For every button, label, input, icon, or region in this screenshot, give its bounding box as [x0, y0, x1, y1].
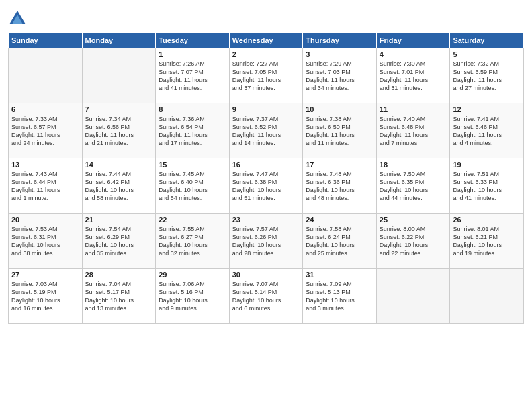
day-number: 1 [159, 50, 226, 58]
calendar-cell: 24Sunrise: 7:58 AM Sunset: 6:24 PM Dayli… [303, 214, 377, 269]
day-number: 24 [306, 216, 373, 224]
calendar-cell: 26Sunrise: 8:01 AM Sunset: 6:21 PM Dayli… [450, 214, 524, 269]
weekday-header: Thursday [303, 33, 377, 48]
day-number: 29 [159, 271, 226, 279]
day-number: 14 [85, 161, 153, 169]
day-info: Sunrise: 7:53 AM Sunset: 6:31 PM Dayligh… [11, 225, 79, 258]
calendar-cell: 13Sunrise: 7:43 AM Sunset: 6:44 PM Dayli… [9, 158, 83, 214]
day-info: Sunrise: 7:36 AM Sunset: 6:54 PM Dayligh… [159, 115, 226, 148]
header [8, 7, 524, 28]
day-number: 27 [11, 271, 79, 279]
calendar-cell: 31Sunrise: 7:09 AM Sunset: 5:13 PM Dayli… [303, 269, 377, 324]
day-number: 5 [453, 50, 521, 58]
day-number: 7 [85, 105, 153, 113]
weekday-header: Saturday [450, 33, 524, 48]
calendar-week-row: 6Sunrise: 7:33 AM Sunset: 6:57 PM Daylig… [9, 103, 524, 158]
calendar-cell: 6Sunrise: 7:33 AM Sunset: 6:57 PM Daylig… [9, 103, 83, 158]
calendar-cell: 1Sunrise: 7:26 AM Sunset: 7:07 PM Daylig… [156, 48, 230, 103]
day-info: Sunrise: 7:50 AM Sunset: 6:35 PM Dayligh… [380, 170, 447, 203]
day-number: 17 [306, 161, 373, 169]
calendar-cell [9, 48, 83, 103]
calendar-cell: 16Sunrise: 7:47 AM Sunset: 6:38 PM Dayli… [229, 158, 303, 214]
day-number: 19 [453, 161, 521, 169]
day-number: 23 [232, 216, 300, 224]
day-info: Sunrise: 7:44 AM Sunset: 6:42 PM Dayligh… [85, 170, 153, 203]
day-number: 25 [380, 216, 447, 224]
day-number: 6 [11, 105, 79, 113]
day-info: Sunrise: 7:09 AM Sunset: 5:13 PM Dayligh… [306, 280, 373, 313]
day-info: Sunrise: 7:32 AM Sunset: 6:59 PM Dayligh… [453, 60, 521, 93]
day-info: Sunrise: 7:30 AM Sunset: 7:01 PM Dayligh… [380, 60, 447, 93]
day-number: 22 [159, 216, 226, 224]
day-info: Sunrise: 7:57 AM Sunset: 6:26 PM Dayligh… [232, 225, 300, 258]
day-info: Sunrise: 7:37 AM Sunset: 6:52 PM Dayligh… [232, 115, 300, 148]
day-info: Sunrise: 7:58 AM Sunset: 6:24 PM Dayligh… [306, 225, 373, 258]
calendar-cell: 2Sunrise: 7:27 AM Sunset: 7:05 PM Daylig… [229, 48, 303, 103]
day-number: 20 [11, 216, 79, 224]
calendar-cell: 30Sunrise: 7:07 AM Sunset: 5:14 PM Dayli… [229, 269, 303, 324]
day-info: Sunrise: 7:45 AM Sunset: 6:40 PM Dayligh… [159, 170, 226, 203]
day-number: 30 [232, 271, 300, 279]
weekday-header: Monday [82, 33, 156, 48]
day-info: Sunrise: 8:00 AM Sunset: 6:22 PM Dayligh… [380, 225, 447, 258]
calendar-cell: 22Sunrise: 7:55 AM Sunset: 6:27 PM Dayli… [156, 214, 230, 269]
logo-icon [8, 9, 27, 28]
day-number: 15 [159, 161, 226, 169]
weekday-header: Tuesday [156, 33, 230, 48]
page-container: SundayMondayTuesdayWednesdayThursdayFrid… [0, 0, 532, 329]
day-number: 21 [85, 216, 153, 224]
calendar-cell: 12Sunrise: 7:41 AM Sunset: 6:46 PM Dayli… [450, 103, 524, 158]
day-info: Sunrise: 7:27 AM Sunset: 7:05 PM Dayligh… [232, 60, 300, 93]
day-number: 31 [306, 271, 373, 279]
day-number: 10 [306, 105, 373, 113]
calendar-cell: 3Sunrise: 7:29 AM Sunset: 7:03 PM Daylig… [303, 48, 377, 103]
day-info: Sunrise: 7:06 AM Sunset: 5:16 PM Dayligh… [159, 280, 226, 313]
day-number: 3 [306, 50, 373, 58]
day-number: 11 [380, 105, 447, 113]
day-info: Sunrise: 7:40 AM Sunset: 6:48 PM Dayligh… [380, 115, 447, 148]
day-number: 8 [159, 105, 226, 113]
day-number: 28 [85, 271, 153, 279]
calendar-cell: 18Sunrise: 7:50 AM Sunset: 6:35 PM Dayli… [376, 158, 450, 214]
calendar-cell [376, 269, 450, 324]
day-number: 2 [232, 50, 300, 58]
calendar-cell: 23Sunrise: 7:57 AM Sunset: 6:26 PM Dayli… [229, 214, 303, 269]
calendar-week-row: 13Sunrise: 7:43 AM Sunset: 6:44 PM Dayli… [9, 158, 524, 214]
calendar-cell: 25Sunrise: 8:00 AM Sunset: 6:22 PM Dayli… [376, 214, 450, 269]
day-info: Sunrise: 7:48 AM Sunset: 6:36 PM Dayligh… [306, 170, 373, 203]
calendar-cell: 9Sunrise: 7:37 AM Sunset: 6:52 PM Daylig… [229, 103, 303, 158]
calendar-cell: 19Sunrise: 7:51 AM Sunset: 6:33 PM Dayli… [450, 158, 524, 214]
day-info: Sunrise: 7:43 AM Sunset: 6:44 PM Dayligh… [11, 170, 79, 203]
day-number: 16 [232, 161, 300, 169]
day-info: Sunrise: 7:33 AM Sunset: 6:57 PM Dayligh… [11, 115, 79, 148]
day-info: Sunrise: 8:01 AM Sunset: 6:21 PM Dayligh… [453, 225, 521, 258]
day-info: Sunrise: 7:55 AM Sunset: 6:27 PM Dayligh… [159, 225, 226, 258]
weekday-header: Sunday [9, 33, 83, 48]
logo [8, 9, 30, 28]
calendar-cell: 15Sunrise: 7:45 AM Sunset: 6:40 PM Dayli… [156, 158, 230, 214]
calendar-cell: 20Sunrise: 7:53 AM Sunset: 6:31 PM Dayli… [9, 214, 83, 269]
calendar-cell: 14Sunrise: 7:44 AM Sunset: 6:42 PM Dayli… [82, 158, 156, 214]
calendar-cell: 10Sunrise: 7:38 AM Sunset: 6:50 PM Dayli… [303, 103, 377, 158]
day-info: Sunrise: 7:29 AM Sunset: 7:03 PM Dayligh… [306, 60, 373, 93]
calendar-week-row: 1Sunrise: 7:26 AM Sunset: 7:07 PM Daylig… [9, 48, 524, 103]
weekday-header: Wednesday [229, 33, 303, 48]
calendar-cell [82, 48, 156, 103]
calendar-table: SundayMondayTuesdayWednesdayThursdayFrid… [8, 32, 524, 324]
day-number: 13 [11, 161, 79, 169]
calendar-cell: 4Sunrise: 7:30 AM Sunset: 7:01 PM Daylig… [376, 48, 450, 103]
day-info: Sunrise: 7:38 AM Sunset: 6:50 PM Dayligh… [306, 115, 373, 148]
calendar-cell: 11Sunrise: 7:40 AM Sunset: 6:48 PM Dayli… [376, 103, 450, 158]
day-info: Sunrise: 7:03 AM Sunset: 5:19 PM Dayligh… [11, 280, 79, 313]
calendar-cell [450, 269, 524, 324]
weekday-header: Friday [376, 33, 450, 48]
calendar-header-row: SundayMondayTuesdayWednesdayThursdayFrid… [9, 33, 524, 48]
calendar-cell: 7Sunrise: 7:34 AM Sunset: 6:56 PM Daylig… [82, 103, 156, 158]
day-number: 4 [380, 50, 447, 58]
calendar-cell: 8Sunrise: 7:36 AM Sunset: 6:54 PM Daylig… [156, 103, 230, 158]
calendar-cell: 28Sunrise: 7:04 AM Sunset: 5:17 PM Dayli… [82, 269, 156, 324]
day-info: Sunrise: 7:41 AM Sunset: 6:46 PM Dayligh… [453, 115, 521, 148]
day-info: Sunrise: 7:47 AM Sunset: 6:38 PM Dayligh… [232, 170, 300, 203]
day-number: 12 [453, 105, 521, 113]
day-info: Sunrise: 7:07 AM Sunset: 5:14 PM Dayligh… [232, 280, 300, 313]
